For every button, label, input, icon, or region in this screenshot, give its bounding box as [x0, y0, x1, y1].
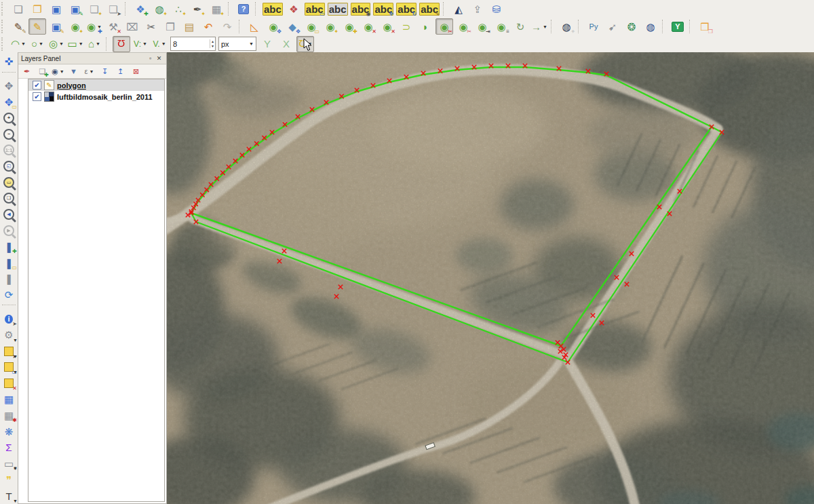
- dropdown-arrow-icon[interactable]: ▼: [307, 41, 312, 46]
- fill-ring-button[interactable]: ◉✚: [341, 18, 358, 35]
- rotate-point-symbols-button[interactable]: ↻: [511, 18, 529, 35]
- label-rotate-button[interactable]: abc↻: [395, 1, 417, 17]
- globe-plugin-button[interactable]: ◍: [642, 18, 659, 35]
- notes-plugin-button[interactable]: ❒❒: [696, 18, 714, 35]
- layer-label[interactable]: polygon: [57, 81, 86, 90]
- layer-checkbox[interactable]: ✔: [33, 81, 41, 90]
- paste-features-button[interactable]: ▤: [180, 18, 198, 35]
- snap-tolerance-spinbox[interactable]: 8▴▾: [170, 37, 216, 51]
- touch-zoom-button[interactable]: ✜: [0, 54, 18, 70]
- split-features-button[interactable]: ◉✂: [435, 18, 453, 35]
- draw-ellipse-button[interactable]: ◎▼: [47, 36, 65, 52]
- expand-all-button[interactable]: ↧: [98, 64, 112, 78]
- dropdown-arrow-icon[interactable]: ▼: [89, 69, 94, 74]
- cloud-upload-button[interactable]: ⇪: [469, 1, 486, 17]
- plugin-manager-button[interactable]: ➹: [604, 18, 621, 35]
- metasearch-map-button[interactable]: ◍⌖: [558, 18, 575, 35]
- new-bookmark-button[interactable]: ❚✚: [0, 239, 18, 255]
- merge-features-button[interactable]: ◉⇥: [473, 18, 491, 35]
- zoom-to-selection-button[interactable]: ▭: [0, 174, 18, 191]
- label-pin-button[interactable]: ❖: [285, 1, 303, 17]
- deselect-features-button[interactable]: ✕: [0, 375, 18, 391]
- dropdown-arrow-icon[interactable]: ▼: [13, 466, 18, 471]
- field-calculator-button[interactable]: ▦✱: [0, 408, 18, 424]
- resource-sharing-button[interactable]: ❂: [623, 18, 640, 35]
- dropdown-arrow-icon[interactable]: ▼: [13, 499, 18, 503]
- delete-selected-button[interactable]: ⌧: [123, 18, 141, 35]
- panel-dock-button[interactable]: ▫: [146, 55, 155, 62]
- zoom-to-layer-button[interactable]: ❏: [0, 191, 18, 207]
- show-bookmarks-button[interactable]: ❚▭: [0, 254, 18, 271]
- toolbar-grip[interactable]: [1, 20, 7, 33]
- map-canvas[interactable]: [167, 52, 814, 504]
- draw-circle-button[interactable]: ○▼: [28, 36, 46, 52]
- labeling-options-button[interactable]: abc: [262, 1, 284, 17]
- offset-point-symbol-button[interactable]: →▼: [530, 18, 548, 35]
- dropdown-arrow-icon[interactable]: ▼: [543, 24, 547, 29]
- dropdown-arrow-icon[interactable]: ▼: [142, 41, 147, 46]
- panel-close-button[interactable]: ✕: [155, 55, 163, 62]
- add-feature-button[interactable]: ◉✦: [66, 18, 84, 35]
- undo-button[interactable]: ↶: [199, 18, 217, 35]
- dropdown-arrow-icon[interactable]: ▼: [13, 354, 18, 359]
- draw-rectangle-button[interactable]: ▭▼: [66, 36, 84, 52]
- snap-tolerance-value[interactable]: 8: [173, 40, 210, 48]
- add-vector-layer-button[interactable]: ❖✚: [132, 1, 149, 17]
- reshape-features-button[interactable]: ◗: [416, 18, 434, 35]
- toggle-editing-button[interactable]: ✎: [28, 18, 46, 35]
- layer-row-raster[interactable]: ✔ luftbildmosaik_berlin_2011: [28, 91, 164, 102]
- manage-themes-button[interactable]: ◉▼: [51, 64, 65, 78]
- filter-legend-button[interactable]: ▼: [66, 64, 81, 78]
- snapping-toggle-button[interactable]: Ω: [113, 36, 130, 52]
- select-features-by-value-button[interactable]: ▭▼: [0, 360, 18, 376]
- label-properties-button[interactable]: abc✎: [419, 1, 440, 17]
- routing-plugin-button[interactable]: Y: [669, 18, 686, 35]
- filter-expression-button[interactable]: ε▼: [82, 64, 96, 78]
- draw-circular-string-button[interactable]: ◠▼: [9, 36, 27, 52]
- processing-toolbox-button[interactable]: ❋: [0, 423, 18, 440]
- new-print-layout-button[interactable]: ❏✦: [85, 1, 103, 17]
- python-console-button[interactable]: Py: [585, 18, 602, 35]
- label-highlight-button[interactable]: abc▭: [304, 1, 326, 17]
- new-spatialite-layer-button[interactable]: ✒✦: [189, 1, 206, 17]
- zoom-out-button[interactable]: −: [0, 126, 18, 142]
- delete-ring-button[interactable]: ◉✕: [360, 18, 377, 35]
- layer-row-polygon[interactable]: ✔ ✎ polygon: [28, 79, 164, 91]
- merge-attributes-button[interactable]: ◉≡: [492, 18, 510, 35]
- pan-to-selection-button[interactable]: ✥▭: [0, 94, 18, 110]
- current-edits-button[interactable]: ✎✎: [9, 18, 27, 35]
- new-shapefile-layer-button[interactable]: ∴✦: [170, 1, 187, 17]
- dropdown-arrow-icon[interactable]: ▼: [13, 370, 18, 374]
- split-parts-button[interactable]: ◉✂: [454, 18, 472, 35]
- simplify-feature-button[interactable]: ◉▭: [303, 18, 320, 35]
- help-button[interactable]: ?: [235, 1, 252, 17]
- toolbar-grip[interactable]: [1, 2, 7, 16]
- open-project-button[interactable]: ❐: [28, 1, 46, 17]
- statistics-button[interactable]: Σ: [0, 440, 18, 456]
- dropdown-arrow-icon[interactable]: ▼: [21, 41, 26, 46]
- draw-regular-polygon-button[interactable]: ⌂▼: [85, 36, 103, 52]
- spinner-arrows-icon[interactable]: ▴▾: [210, 39, 215, 48]
- db-manager-button[interactable]: ⛁: [488, 1, 505, 17]
- save-layer-edits-button[interactable]: ▣✎: [47, 18, 65, 35]
- tracing-toggle-button[interactable]: Ω▼: [296, 36, 314, 52]
- move-feature-button[interactable]: ◉✥: [265, 18, 282, 35]
- add-circular-string-button[interactable]: ◉✚▼: [85, 18, 103, 35]
- attribute-table-button[interactable]: ▦: [0, 391, 18, 408]
- bookmark-manager-button[interactable]: ❚: [0, 271, 18, 287]
- dropdown-arrow-icon[interactable]: ▼: [59, 41, 64, 46]
- select-features-button[interactable]: ➤▼: [0, 343, 18, 360]
- new-project-button[interactable]: ❏: [9, 1, 27, 17]
- map-tips-button[interactable]: ❞: [0, 471, 18, 488]
- layer-label[interactable]: luftbildmosaik_berlin_2011: [57, 93, 153, 101]
- copy-move-feature-button[interactable]: ◆✥: [284, 18, 301, 35]
- zoom-in-button[interactable]: +: [0, 110, 18, 126]
- dropdown-arrow-icon[interactable]: ▼: [161, 41, 166, 46]
- new-virtual-layer-button[interactable]: ▦✦: [208, 1, 225, 17]
- zoom-last-button[interactable]: ◀: [0, 206, 18, 222]
- pan-map-button[interactable]: ✥: [0, 78, 18, 94]
- copy-features-button[interactable]: ❐: [161, 18, 179, 35]
- identify-features-button[interactable]: i➤: [0, 311, 18, 327]
- toolbar-grip[interactable]: [1, 37, 7, 51]
- text-annotation-button[interactable]: T▼: [0, 488, 18, 504]
